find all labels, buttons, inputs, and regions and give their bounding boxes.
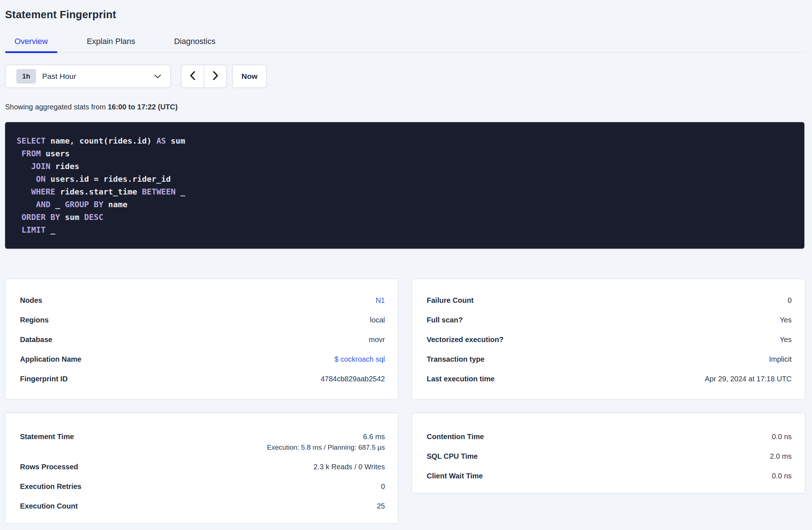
sql-line: SELECT name, count(rides.id) AS sum <box>17 134 793 147</box>
sql-token: rides.start_time <box>55 187 142 196</box>
statement-fingerprint-page: Statement Fingerprint Overview Explain P… <box>0 0 812 523</box>
time-range-label: Past Hour <box>42 72 154 81</box>
chevron-right-icon <box>213 71 218 82</box>
stat-value: 6.6 ms <box>363 433 385 441</box>
previous-time-button[interactable] <box>181 65 204 88</box>
stat-row: Last execution timeApr 29, 2024 at 17:18… <box>427 374 792 384</box>
sql-line: JOIN rides <box>17 160 793 173</box>
sql-token <box>17 149 21 158</box>
stat-value-group: 0 <box>788 295 792 306</box>
stat-value-group: $ cockroach sql <box>334 354 385 365</box>
stat-value: Yes <box>780 316 792 324</box>
stat-row: Execution Count25 <box>20 501 385 511</box>
sql-line: LIMIT _ <box>17 224 793 236</box>
stat-label: Transaction type <box>427 354 485 365</box>
sql-line: ORDER BY sum DESC <box>17 211 793 224</box>
sql-line: ON users.id = rides.rider_id <box>17 173 793 185</box>
sql-line: FROM users <box>17 147 793 160</box>
stat-label: Contention Time <box>427 431 484 442</box>
tab-diagnostics[interactable]: Diagnostics <box>165 37 225 52</box>
stat-value: Implicit <box>769 355 792 363</box>
sql-keyword: DESC <box>84 213 103 222</box>
sql-token: rides <box>51 162 79 171</box>
stat-value: Yes <box>780 336 792 344</box>
stat-label: Client Wait Time <box>427 471 483 481</box>
stat-value: 2.3 k Reads / 0 Writes <box>314 463 385 471</box>
stat-label: Failure Count <box>427 295 474 306</box>
wait-timing-card: Contention Time0.0 nsSQL CPU Time2.0 msC… <box>412 413 805 493</box>
chevron-down-icon <box>154 75 161 79</box>
stat-value-group: 6.6 msExecution: 5.8 ms / Planning: 687.… <box>267 431 385 453</box>
sql-keyword: AND <box>36 200 51 209</box>
sql-keyword: WHERE <box>31 187 55 196</box>
stats-cards-grid: NodesN1RegionslocalDatabasemovrApplicati… <box>5 279 804 523</box>
sql-token: users <box>41 149 69 158</box>
aggregated-stats-caption: Showing aggregated stats from 16:00 to 1… <box>5 103 804 111</box>
sql-keyword: JOIN <box>31 162 51 171</box>
next-time-button[interactable] <box>204 65 226 88</box>
stat-label: Execution Retries <box>20 481 81 492</box>
stat-row: Full scan?Yes <box>427 315 792 325</box>
sql-token: name <box>103 200 127 209</box>
now-button[interactable]: Now <box>232 65 267 88</box>
tab-overview[interactable]: Overview <box>5 37 57 52</box>
sql-token: name, count(rides.id) <box>45 136 156 145</box>
stat-value-group: movr <box>369 334 385 345</box>
stat-value-group: 0 <box>381 481 385 492</box>
page-title: Statement Fingerprint <box>5 9 804 21</box>
stat-label: Application Name <box>20 354 81 365</box>
stat-value: 0.0 ns <box>772 433 792 441</box>
stat-label: Last execution time <box>427 374 495 384</box>
stat-value-group: local <box>370 315 385 325</box>
sql-token <box>17 187 31 196</box>
sql-keyword: AS <box>156 136 166 145</box>
stat-value: 0 <box>381 482 385 490</box>
sql-statement: SELECT name, count(rides.id) AS sum FROM… <box>5 122 804 249</box>
statement-timing-card: Statement Time6.6 msExecution: 5.8 ms / … <box>5 413 398 523</box>
aggregated-stats-range: 16:00 to 17:22 (UTC) <box>108 103 177 111</box>
stat-value-group: Apr 29, 2024 at 17:18 UTC <box>705 374 792 384</box>
sql-token <box>17 174 36 184</box>
stat-value-group: 2.0 ms <box>770 451 792 462</box>
stat-row: Client Wait Time0.0 ns <box>427 471 792 481</box>
time-step-buttons <box>181 65 227 88</box>
sql-token <box>17 213 21 222</box>
stat-row: Contention Time0.0 ns <box>427 431 792 442</box>
stat-row: NodesN1 <box>20 295 385 306</box>
stat-value-link[interactable]: N1 <box>375 296 385 304</box>
time-range-duration-badge: 1h <box>16 69 36 84</box>
stat-label: Execution Count <box>20 501 78 511</box>
sql-token: users.id = rides.rider_id <box>45 174 170 184</box>
stat-value-group: 25 <box>377 501 385 511</box>
stat-row: Application Name$ cockroach sql <box>20 354 385 365</box>
stat-label: Statement Time <box>20 431 74 442</box>
stat-value: local <box>370 316 385 324</box>
stat-row: Transaction typeImplicit <box>427 354 792 365</box>
stat-value: movr <box>369 336 385 344</box>
sql-keyword: BETWEEN <box>142 187 176 196</box>
stat-value-link[interactable]: $ cockroach sql <box>334 355 385 363</box>
time-picker-row: 1h Past Hour Now <box>5 65 804 88</box>
stat-value: 4784cb829aab2542 <box>321 375 385 383</box>
sql-line: WHERE rides.start_time BETWEEN _ <box>17 185 793 198</box>
stat-row: Execution Retries0 <box>20 481 385 492</box>
tab-bar: Overview Explain Plans Diagnostics <box>5 37 804 53</box>
stat-value-group: Yes <box>780 334 792 345</box>
stat-row: SQL CPU Time2.0 ms <box>427 451 792 462</box>
sql-keyword: LIMIT <box>21 225 45 234</box>
stat-label: Fingerprint ID <box>20 374 68 384</box>
time-range-dropdown[interactable]: 1h Past Hour <box>5 65 171 88</box>
stat-value-group: 2.3 k Reads / 0 Writes <box>314 462 385 472</box>
statement-details-card: NodesN1RegionslocalDatabasemovrApplicati… <box>5 279 398 399</box>
stat-row: Vectorized execution?Yes <box>427 334 792 345</box>
stat-subvalue: Execution: 5.8 ms / Planning: 687.5 µs <box>267 442 385 453</box>
stat-value-group: 4784cb829aab2542 <box>321 374 385 384</box>
stat-label: Full scan? <box>427 315 463 325</box>
stat-label: Vectorized execution? <box>427 334 503 345</box>
sql-keyword: SELECT <box>17 136 45 145</box>
sql-keyword: GROUP BY <box>65 200 103 209</box>
tab-explain-plans[interactable]: Explain Plans <box>77 37 145 52</box>
chevron-left-icon <box>190 71 196 82</box>
stat-value-group: Implicit <box>769 354 792 365</box>
stat-value: 25 <box>377 502 385 510</box>
